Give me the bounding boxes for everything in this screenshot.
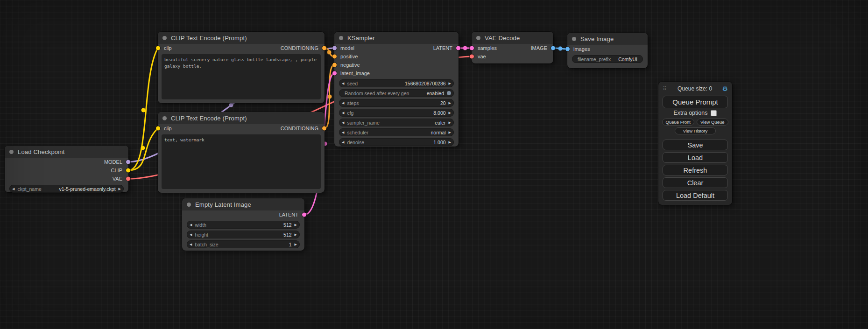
input-slot-label: samples — [478, 45, 497, 51]
wire-dot-image — [558, 47, 563, 51]
input-port-model[interactable] — [332, 46, 337, 50]
increment-icon[interactable]: ▶ — [449, 111, 451, 114]
widget-sampler-name[interactable]: ◀ sampler_name euler ▶ — [339, 119, 454, 126]
widget-cfg[interactable]: ◀ cfg 8.000 ▶ — [339, 109, 454, 117]
wire-dot-clip-positive — [141, 108, 146, 112]
output-port-latent[interactable] — [456, 46, 460, 50]
node-title-bar[interactable]: KSampler — [334, 32, 459, 44]
collapse-dot-icon[interactable] — [9, 150, 14, 154]
output-port-conditioning[interactable] — [322, 126, 326, 131]
widget-width[interactable]: ◀ width 512 ▶ — [187, 221, 300, 229]
input-port-vae[interactable] — [470, 55, 474, 59]
node-save-image[interactable]: Save Image images filename_prefix ComfyU… — [567, 33, 648, 68]
increment-icon[interactable]: ▶ — [295, 223, 297, 226]
output-port-image[interactable] — [551, 46, 555, 50]
node-clip-text-encode-negative[interactable]: CLIP Text Encode (Prompt) clip CONDITION… — [158, 112, 325, 193]
output-port-conditioning[interactable] — [322, 46, 326, 50]
decrement-icon[interactable]: ◀ — [190, 223, 192, 226]
widget-label: Random seed after every gen — [345, 91, 409, 96]
collapse-dot-icon[interactable] — [187, 203, 191, 207]
decrement-icon[interactable]: ◀ — [342, 121, 344, 124]
decrement-icon[interactable]: ◀ — [342, 131, 344, 134]
drag-handle-icon[interactable]: ⠿ — [663, 85, 667, 92]
clear-button[interactable]: Clear — [663, 177, 728, 188]
output-port-model[interactable] — [126, 160, 130, 164]
widget-height[interactable]: ◀ height 512 ▶ — [187, 231, 300, 238]
output-port-vae[interactable] — [126, 177, 130, 181]
toggle-indicator-dot[interactable] — [447, 91, 451, 95]
wire-dot-clip-negative — [141, 146, 145, 150]
input-slot-label: positive — [340, 54, 358, 59]
node-empty-latent-image[interactable]: Empty Latent Image LATENT ◀ width 512 ▶ … — [182, 198, 304, 251]
decrement-icon[interactable]: ◀ — [190, 243, 192, 246]
decrement-icon[interactable]: ◀ — [12, 187, 14, 190]
wire-dot-cond-positive — [327, 50, 332, 55]
prompt-textarea[interactable]: beautiful scenery nature glass bottle la… — [162, 54, 321, 99]
queue-front-button[interactable]: Queue Front — [662, 119, 694, 126]
queue-prompt-button[interactable]: Queue Prompt — [663, 96, 728, 108]
widget-denoise[interactable]: ◀ denoise 1.000 ▶ — [339, 138, 454, 146]
increment-icon[interactable]: ▶ — [449, 121, 451, 124]
load-default-button[interactable]: Load Default — [663, 190, 728, 201]
queue-size-label: Queue size: 0 — [670, 85, 720, 92]
increment-icon[interactable]: ▶ — [295, 243, 297, 246]
increment-icon[interactable]: ▶ — [295, 233, 297, 236]
view-history-button[interactable]: View History — [675, 127, 716, 134]
input-port-clip[interactable] — [156, 126, 160, 131]
widget-label: filename_prefix — [578, 56, 611, 62]
settings-gear-icon[interactable]: ⚙ — [722, 85, 728, 92]
decrement-icon[interactable]: ◀ — [342, 140, 344, 144]
collapse-dot-icon[interactable] — [572, 37, 576, 41]
node-vae-decode[interactable]: VAE Decode samples IMAGE vae — [472, 32, 553, 63]
node-title-bar[interactable]: Empty Latent Image — [182, 198, 304, 210]
node-clip-text-encode-positive[interactable]: CLIP Text Encode (Prompt) clip CONDITION… — [158, 32, 325, 103]
save-button[interactable]: Save — [663, 140, 728, 150]
widget-ckpt-name[interactable]: ◀ ckpt_name v1-5-pruned-emaonly.ckpt ▶ — [9, 185, 124, 193]
prompt-textarea[interactable]: text, watermark — [162, 134, 321, 189]
widget-value: 20 — [440, 100, 446, 106]
extra-options-checkbox[interactable] — [711, 110, 717, 116]
node-title-bar[interactable]: VAE Decode — [472, 32, 553, 44]
refresh-button[interactable]: Refresh — [663, 165, 728, 175]
node-title: Empty Latent Image — [195, 201, 251, 208]
decrement-icon[interactable]: ◀ — [342, 111, 344, 114]
input-port-positive[interactable] — [332, 55, 337, 59]
decrement-icon[interactable]: ◀ — [190, 233, 192, 236]
input-port-images[interactable] — [565, 47, 570, 51]
widget-filename-prefix[interactable]: filename_prefix ComfyUI — [572, 55, 643, 63]
input-port-latent-image[interactable] — [332, 71, 337, 76]
collapse-dot-icon[interactable] — [476, 36, 480, 40]
decrement-icon[interactable]: ◀ — [342, 101, 344, 105]
queue-menu-panel: ⠿ Queue size: 0 ⚙ Queue Prompt Extra opt… — [658, 82, 732, 205]
increment-icon[interactable]: ▶ — [119, 187, 121, 190]
increment-icon[interactable]: ▶ — [449, 140, 451, 144]
widget-control-after-generate[interactable]: Random seed after every gen enabled — [339, 89, 454, 97]
node-graph-canvas[interactable]: CLIP Text Encode (Prompt) clip CONDITION… — [0, 0, 868, 329]
output-port-latent[interactable] — [302, 213, 306, 217]
input-port-samples[interactable] — [470, 46, 474, 50]
collapse-dot-icon[interactable] — [162, 36, 167, 40]
input-slot-label: clip — [164, 45, 172, 51]
collapse-dot-icon[interactable] — [339, 36, 343, 40]
node-load-checkpoint[interactable]: Load Checkpoint MODEL CLIP VAE ◀ ckpt_na… — [5, 146, 128, 192]
node-title-bar[interactable]: CLIP Text Encode (Prompt) — [158, 112, 325, 124]
input-port-clip[interactable] — [156, 46, 160, 50]
widget-batch-size[interactable]: ◀ batch_size 1 ▶ — [187, 240, 300, 248]
decrement-icon[interactable]: ◀ — [342, 82, 344, 85]
widget-steps[interactable]: ◀ steps 20 ▶ — [339, 99, 454, 107]
collapse-dot-icon[interactable] — [162, 116, 167, 120]
increment-icon[interactable]: ▶ — [449, 131, 451, 134]
widget-scheduler[interactable]: ◀ scheduler normal ▶ — [339, 128, 454, 136]
node-ksampler[interactable]: KSampler model LATENT positive negative … — [334, 32, 459, 147]
widget-label: ckpt_name — [17, 186, 41, 192]
view-queue-button[interactable]: View Queue — [697, 119, 729, 126]
widget-seed[interactable]: ◀ seed 156680208700286 ▶ — [339, 79, 454, 87]
output-port-clip[interactable] — [126, 168, 130, 173]
load-button[interactable]: Load — [663, 152, 728, 163]
node-title-bar[interactable]: CLIP Text Encode (Prompt) — [158, 32, 325, 44]
input-port-negative[interactable] — [332, 63, 337, 67]
increment-icon[interactable]: ▶ — [449, 101, 451, 105]
node-title-bar[interactable]: Save Image — [567, 33, 648, 45]
node-title-bar[interactable]: Load Checkpoint — [5, 146, 128, 158]
increment-icon[interactable]: ▶ — [449, 82, 451, 85]
